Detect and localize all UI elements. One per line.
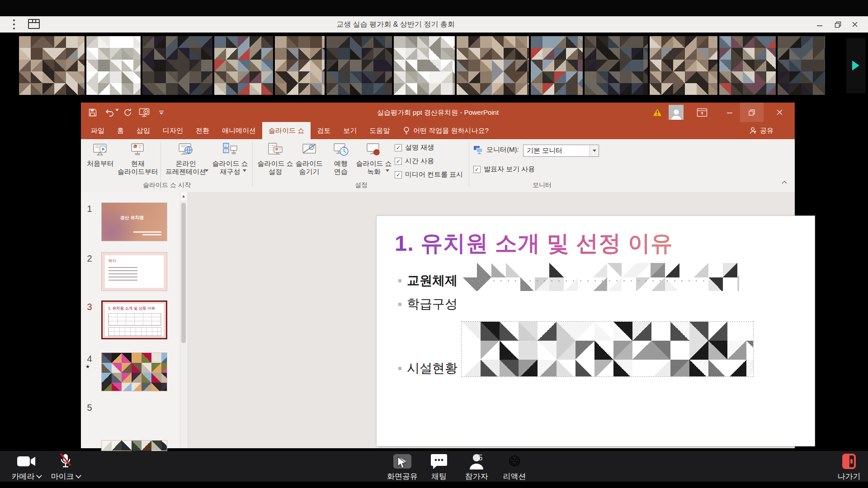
mic-button-muted[interactable]: 마이크 — [47, 453, 84, 482]
camera-icon — [17, 455, 36, 468]
participant-video[interactable] — [275, 36, 325, 95]
participant-video[interactable] — [326, 36, 392, 95]
slide-bullet-3: 시설현황 — [398, 360, 458, 377]
participant-video[interactable] — [19, 36, 85, 95]
next-arrow-icon — [852, 61, 859, 70]
scrollbar-thumb[interactable] — [181, 203, 186, 343]
app-minimize-button[interactable] — [811, 16, 828, 33]
from-beginning-icon — [92, 141, 109, 159]
play-narrations-checkbox[interactable]: ✓ 설명 재생 — [395, 143, 434, 152]
app-close-button[interactable] — [846, 16, 863, 33]
tell-me-text: 어떤 작업을 원하시나요? — [413, 127, 489, 135]
monitor-label: 모니터(M): — [486, 145, 519, 154]
blurred-text — [472, 280, 707, 282]
chat-button[interactable]: 채팅 — [423, 453, 455, 482]
mouse-cursor — [397, 456, 407, 472]
group-label-monitor: 모니터 — [533, 181, 552, 189]
bottom-strip — [0, 482, 868, 488]
ribbon: 처음부터 현재 슬라이드부터 온라인 프레젠테이션 — [81, 139, 795, 192]
app-restore-button[interactable] — [829, 16, 846, 33]
participant-video[interactable] — [778, 36, 825, 95]
reactions-button[interactable]: 😄 리액션 — [498, 453, 531, 482]
tab-slideshow[interactable]: 슬라이드 쇼 — [262, 122, 311, 139]
participant-video[interactable] — [142, 36, 212, 95]
pixelated-table-region[interactable] — [461, 321, 754, 377]
participant-video[interactable] — [394, 36, 455, 95]
tab-animations[interactable]: 애니메이션 — [216, 122, 262, 139]
scroll-up-icon[interactable]: ▲ — [180, 192, 187, 200]
ribbon-display-options-icon[interactable] — [697, 108, 708, 119]
ppt-restore-button[interactable] — [740, 103, 764, 122]
chevron-down-icon[interactable] — [36, 473, 42, 479]
slide-editor: 1. 유치원 소개 및 선정 이유 교원체제 학급구성 시설현황 ▲ ▼ — [188, 192, 788, 448]
participants-button[interactable]: 85 참가자 — [458, 453, 495, 482]
slide-thumbnail-3-selected[interactable]: 1. 유치원 소개 및 선정 이유 — [101, 300, 167, 339]
tab-review[interactable]: 검토 — [311, 122, 337, 139]
use-presenter-view-checkbox[interactable]: ✓ 발표자 보기 사용 — [473, 165, 535, 174]
reaction-emoji-icon: 😄 — [508, 454, 521, 469]
group-label-setup: 설정 — [355, 181, 368, 189]
thumbnail-scrollbar[interactable]: ▲ — [180, 192, 187, 448]
tab-transitions[interactable]: 전환 — [189, 122, 216, 139]
slide-canvas[interactable]: 1. 유치원 소개 및 선정 이유 교원체제 학급구성 시설현황 — [377, 216, 815, 446]
slide-thumbnail-1[interactable]: 경산 유치원 — [101, 202, 167, 241]
slide-thumbnail-2[interactable]: 목차 — [101, 252, 167, 291]
ppt-close-button[interactable] — [764, 103, 795, 122]
pixelated-region — [462, 263, 739, 291]
share-button[interactable]: 공유 — [749, 122, 774, 139]
present-online-icon — [177, 141, 194, 159]
chat-icon — [430, 453, 448, 469]
warning-icon[interactable] — [652, 108, 662, 118]
leave-button[interactable]: 나가기 — [831, 453, 867, 482]
participant-video[interactable] — [86, 36, 141, 95]
checkbox-checked-icon: ✓ — [395, 171, 402, 178]
tab-insert[interactable]: 삽입 — [130, 122, 156, 139]
use-timings-checkbox[interactable]: ✓ 시간 사용 — [395, 157, 434, 165]
account-avatar[interactable] — [669, 105, 684, 120]
tell-me-box[interactable]: 어떤 작업을 원하시나요? — [403, 122, 489, 139]
meeting-toolbar: 카메라 마이크 화면공유 채팅 85 참가자 😄 리액션 — [0, 451, 868, 482]
slide-number: 5 — [85, 403, 94, 413]
rehearse-timings-button[interactable]: 예행 연습 — [327, 141, 354, 176]
checkbox-checked-icon: ✓ — [395, 144, 402, 151]
hide-slide-button[interactable]: 슬라이드 숨기기 — [294, 141, 324, 176]
mini-table — [108, 313, 161, 326]
chevron-down-icon — [593, 150, 596, 152]
slide-number: 3 — [85, 302, 94, 312]
setup-slideshow-button[interactable]: 슬라이드 쇼 설정 — [257, 141, 293, 176]
video-strip-next-button[interactable] — [846, 38, 865, 93]
powerpoint-window: 실습평가회 ppt 경산유치원 - PowerPoint — [81, 103, 795, 448]
chevron-down-icon[interactable] — [75, 473, 81, 479]
custom-slideshow-button[interactable]: 슬라이드 쇼 재구성 — [210, 141, 250, 176]
slide-number: 4 — [85, 354, 94, 364]
ribbon-tab-row: 파일 홈 삽입 디자인 전환 애니메이션 슬라이드 쇼 검토 보기 도움말 어떤… — [81, 122, 795, 139]
camera-button[interactable]: 카메라 — [8, 453, 44, 482]
tab-file[interactable]: 파일 — [85, 122, 111, 139]
show-media-controls-checkbox[interactable]: ✓ 미디어 컨트롤 표시 — [395, 170, 463, 179]
ppt-minimize-button[interactable] — [720, 103, 739, 122]
present-online-button[interactable]: 온라인 프레젠테이션 — [163, 141, 208, 176]
record-slideshow-button[interactable]: 슬라이드 쇼 녹화 — [356, 141, 392, 176]
mini-table — [108, 327, 161, 336]
slide-thumbnail-4[interactable] — [101, 352, 167, 391]
tab-view[interactable]: 보기 — [337, 122, 363, 139]
tab-home[interactable]: 홈 — [111, 122, 130, 139]
from-beginning-button[interactable]: 처음부터 — [84, 141, 117, 168]
tab-design[interactable]: 디자인 — [156, 122, 189, 139]
screen: 교생 실습 평가회 & 상반기 정기 총회 — [0, 0, 868, 488]
monitor-dropdown-button[interactable] — [590, 145, 599, 156]
monitor-dropdown[interactable]: 기본 모니터 — [523, 145, 599, 157]
collapse-ribbon-icon[interactable] — [779, 179, 790, 187]
participant-video[interactable] — [531, 36, 583, 95]
mic-muted-icon — [58, 453, 73, 469]
animation-star-icon: ★ — [85, 364, 90, 370]
from-current-slide-button[interactable]: 현재 슬라이드부터 — [117, 141, 159, 176]
ppt-content-area: 1 경산 유치원 2 목차 3 1. 유치원 소개 및 선정 이유 — [81, 192, 795, 448]
participant-video[interactable] — [457, 36, 529, 95]
participant-video[interactable] — [585, 36, 648, 95]
tab-help[interactable]: 도움말 — [363, 122, 396, 139]
participant-video[interactable] — [719, 36, 776, 95]
participant-video[interactable] — [214, 36, 273, 95]
rehearse-timings-icon — [332, 141, 349, 159]
participant-video[interactable] — [650, 36, 717, 95]
